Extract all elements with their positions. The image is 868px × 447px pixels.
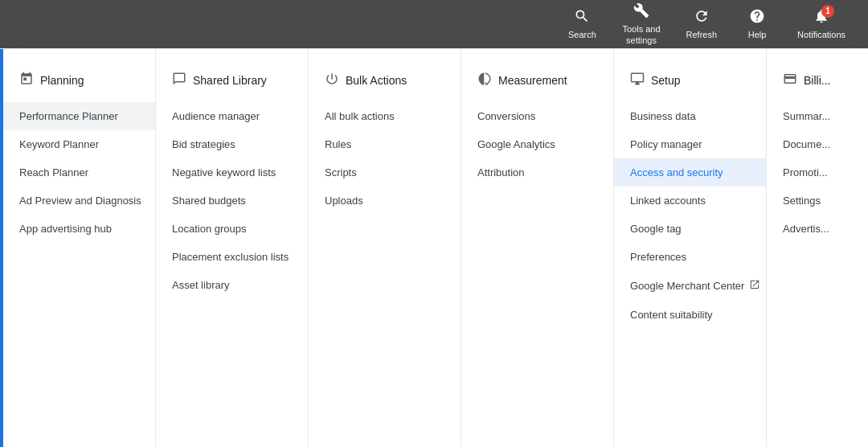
- bulk-actions-column: Bulk Actions All bulk actions Rules Scri…: [309, 49, 461, 447]
- menu-item-keyword-planner[interactable]: Keyword Planner: [3, 130, 155, 158]
- shared-library-title: Shared Library: [193, 74, 267, 87]
- tools-icon: [633, 2, 649, 23]
- left-accent: [0, 49, 3, 447]
- topbar-search[interactable]: Search: [558, 3, 606, 45]
- setup-header: Setup: [614, 65, 766, 102]
- measurement-title: Measurement: [498, 74, 567, 87]
- external-link-icon: [749, 279, 760, 293]
- menu-item-reach-planner[interactable]: Reach Planner: [3, 158, 155, 187]
- topbar: Search Tools andsettings Refresh Help: [0, 0, 868, 48]
- help-icon: [749, 8, 765, 28]
- planning-icon: [19, 72, 34, 89]
- measurement-header: Measurement: [461, 65, 613, 102]
- notifications-icon: 1: [813, 8, 829, 28]
- shared-library-icon: [172, 72, 186, 89]
- menu-item-settings[interactable]: Settings: [767, 187, 868, 215]
- planning-title: Planning: [40, 74, 84, 87]
- setup-column: Setup Business data Policy manager Acces…: [614, 49, 767, 447]
- menu-item-ad-preview[interactable]: Ad Preview and Diagnosis: [3, 187, 155, 215]
- menu-item-attribution[interactable]: Attribution: [461, 158, 613, 187]
- bulk-actions-header: Bulk Actions: [309, 65, 461, 102]
- menu-item-placement-exclusion[interactable]: Placement exclusion lists: [156, 243, 308, 271]
- billing-column: Billi... Summar... Docume... Promoti... …: [767, 49, 868, 447]
- menu-item-google-merchant[interactable]: Google Merchant Center: [614, 271, 766, 301]
- menu-item-content-suitability[interactable]: Content suitability: [614, 301, 766, 329]
- planning-column: Planning Performance Planner Keyword Pla…: [3, 49, 156, 447]
- measurement-column: Measurement Conversions Google Analytics…: [461, 49, 614, 447]
- menu-item-linked-accounts[interactable]: Linked accounts: [614, 187, 766, 215]
- billing-header: Billi...: [767, 65, 868, 102]
- menu-item-asset-library[interactable]: Asset library: [156, 271, 308, 299]
- menu-item-audience-manager[interactable]: Audience manager: [156, 102, 308, 130]
- menu-item-documents[interactable]: Docume...: [767, 130, 868, 158]
- menu-item-rules[interactable]: Rules: [309, 130, 461, 158]
- menu-item-google-analytics[interactable]: Google Analytics: [461, 130, 613, 158]
- topbar-tools[interactable]: Tools andsettings: [612, 0, 669, 51]
- shared-library-column: Shared Library Audience manager Bid stra…: [156, 49, 309, 447]
- menu-item-negative-keyword-lists[interactable]: Negative keyword lists: [156, 158, 308, 187]
- menu-item-policy-manager[interactable]: Policy manager: [614, 130, 766, 158]
- bulk-actions-icon: [325, 72, 339, 89]
- menu-item-summary[interactable]: Summar...: [767, 102, 868, 130]
- menu-item-promotions[interactable]: Promoti...: [767, 158, 868, 187]
- topbar-notifications[interactable]: 1 Notifications: [788, 3, 855, 45]
- measurement-icon: [477, 72, 492, 89]
- notifications-label: Notifications: [797, 30, 845, 40]
- menu-item-all-bulk[interactable]: All bulk actions: [309, 102, 461, 130]
- setup-icon: [630, 72, 645, 89]
- menu-item-app-advertising[interactable]: App advertising hub: [3, 215, 155, 243]
- menu-item-scripts[interactable]: Scripts: [309, 158, 461, 187]
- menu-item-preferences[interactable]: Preferences: [614, 243, 766, 271]
- refresh-icon: [694, 8, 710, 28]
- menu-item-access-security[interactable]: Access and security: [614, 158, 766, 187]
- setup-title: Setup: [651, 74, 681, 87]
- bulk-actions-title: Bulk Actions: [346, 74, 407, 87]
- shared-library-header: Shared Library: [156, 65, 308, 102]
- menu-item-advertising[interactable]: Advertis...: [767, 215, 868, 243]
- notification-badge: 1: [821, 5, 834, 18]
- menu-item-conversions[interactable]: Conversions: [461, 102, 613, 130]
- refresh-label: Refresh: [686, 30, 718, 40]
- menu-item-bid-strategies[interactable]: Bid strategies: [156, 130, 308, 158]
- planning-header: Planning: [3, 65, 155, 102]
- help-label: Help: [748, 30, 767, 40]
- search-icon: [574, 8, 590, 28]
- menu-item-location-groups[interactable]: Location groups: [156, 215, 308, 243]
- menu-item-business-data[interactable]: Business data: [614, 102, 766, 130]
- menu-item-shared-budgets[interactable]: Shared budgets: [156, 187, 308, 215]
- menu-item-google-tag[interactable]: Google tag: [614, 215, 766, 243]
- topbar-help[interactable]: Help: [733, 3, 781, 45]
- menu-item-performance-planner[interactable]: Performance Planner: [3, 102, 155, 130]
- dropdown-menu: Planning Performance Planner Keyword Pla…: [0, 48, 868, 447]
- billing-icon: [783, 72, 797, 89]
- topbar-refresh[interactable]: Refresh: [677, 3, 727, 45]
- search-label: Search: [568, 30, 596, 40]
- menu-item-uploads[interactable]: Uploads: [309, 187, 461, 215]
- billing-title: Billi...: [804, 74, 830, 87]
- tools-label: Tools andsettings: [622, 24, 660, 45]
